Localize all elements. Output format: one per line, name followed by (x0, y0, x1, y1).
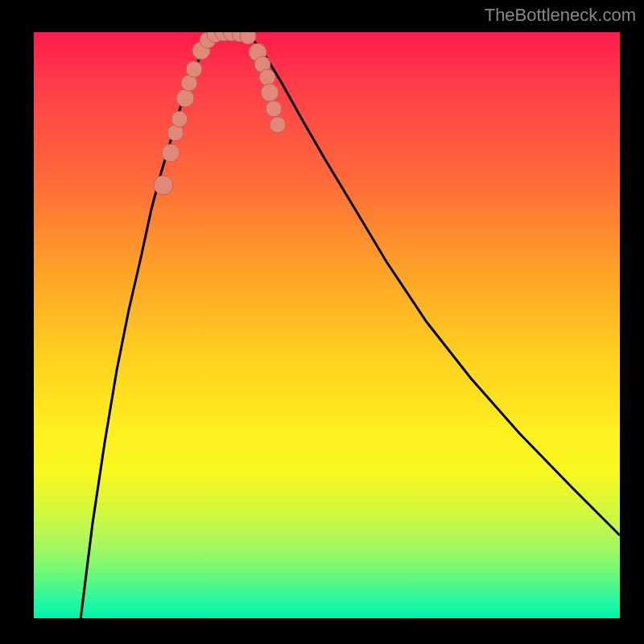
watermark-text: TheBottleneck.com (485, 5, 636, 26)
data-dot (240, 32, 256, 44)
data-dot (171, 111, 188, 127)
data-dot (259, 69, 275, 85)
data-dot (186, 61, 202, 77)
curves-group (80, 32, 620, 620)
data-dot (176, 89, 194, 107)
data-dot (270, 117, 286, 133)
curve-left-curve (80, 32, 225, 620)
data-dot (154, 175, 173, 195)
curve-right-curve (246, 32, 620, 535)
data-dot (266, 101, 282, 117)
chart-container: TheBottleneck.com (0, 0, 644, 644)
data-dot (261, 84, 279, 101)
data-dot (162, 144, 180, 162)
chart-svg (32, 32, 620, 620)
